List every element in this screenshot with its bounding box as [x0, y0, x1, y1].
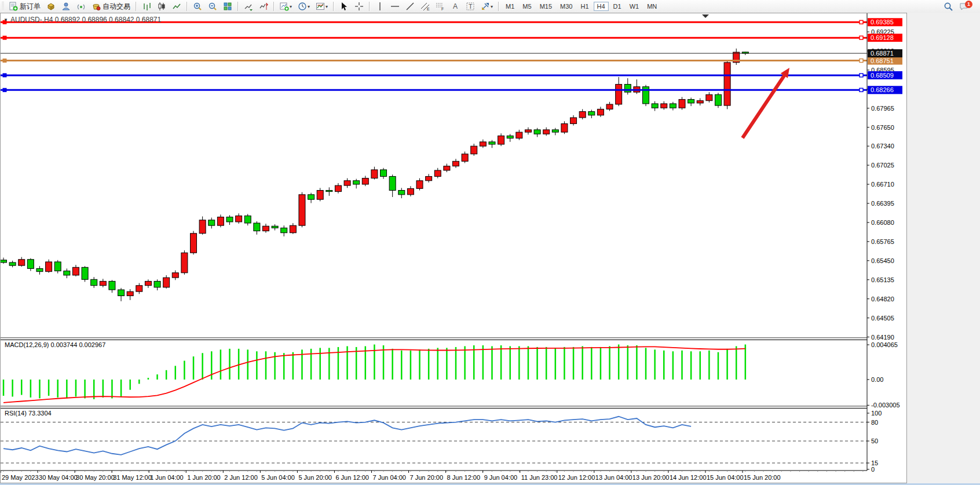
new-order-button[interactable]: 新订单: [6, 0, 43, 13]
chevron-down-icon: ▾: [491, 4, 493, 9]
tile-windows-button[interactable]: [221, 0, 235, 13]
rsi-axis-label: 100: [871, 410, 882, 417]
new-order-label: 新订单: [20, 2, 41, 12]
arrows-tool-button[interactable]: ▾: [478, 0, 495, 13]
separator: [237, 2, 239, 11]
signals-button[interactable]: [74, 0, 88, 13]
template-icon: [316, 2, 325, 11]
profiles-button[interactable]: [59, 0, 73, 13]
toolbar-grip[interactable]: [2, 2, 4, 11]
chevron-down-icon: ▾: [326, 4, 328, 9]
macd-axis-label: 0.00: [871, 376, 883, 383]
tf-h1-button[interactable]: H1: [577, 2, 592, 11]
rsi-label: RSI(14) 73.3304: [5, 410, 52, 417]
search-button[interactable]: [941, 0, 956, 13]
rsi-axis-label: 50: [871, 437, 878, 444]
autotrading-icon: [92, 2, 101, 11]
time-tick-label: 6 Jun 12:00: [335, 474, 369, 481]
cursor-tool-button[interactable]: [337, 0, 351, 13]
notifications-button[interactable]: 1: [957, 0, 975, 13]
zoom-out-button[interactable]: [206, 0, 220, 13]
price-tick-label: 0.66710: [871, 181, 894, 188]
horizontal-line-icon: [390, 2, 400, 11]
time-tick-label: 30 May 04:00: [39, 474, 78, 481]
indicators-button[interactable]: ▾: [277, 0, 294, 13]
time-tick-label: 13 Jun 04:00: [595, 474, 632, 481]
fibonacci-tool-button[interactable]: F: [433, 0, 447, 13]
notification-count-badge: 1: [965, 1, 972, 8]
tf-mn-button[interactable]: MN: [643, 2, 660, 11]
macd-axis-label: 0.004065: [871, 341, 898, 348]
chart-title: AUDUSD-,H4 0.68892 0.68896 0.68842 0.688…: [10, 16, 162, 24]
templates-button[interactable]: ▾: [313, 0, 330, 13]
rsi-axis-label: 0: [871, 466, 875, 473]
price-tick-label: 0.66080: [871, 219, 894, 226]
time-tick-label: 7 Jun 04:00: [373, 474, 407, 481]
separator: [498, 2, 499, 11]
indicators-icon: [280, 2, 289, 11]
search-icon: [944, 2, 953, 12]
svg-text:E: E: [427, 7, 430, 11]
horizontal-line-tool-button[interactable]: [388, 0, 402, 13]
channel-tool-button[interactable]: E: [418, 0, 432, 13]
time-tick-label: 1 Jun 20:00: [187, 474, 221, 481]
price-badge: 0.68266: [871, 86, 894, 93]
time-tick-label: 9 Jun 04:00: [484, 474, 518, 481]
crosshair-tool-button[interactable]: [352, 0, 366, 13]
autotrading-button[interactable]: 自动交易: [89, 0, 133, 13]
workspace-background: [907, 13, 980, 485]
price-tick-label: 0.65135: [871, 276, 894, 283]
chart-canvas[interactable]: ▼AUDUSD-,H4 0.68892 0.68896 0.68842 0.68…: [1, 13, 906, 483]
time-tick-label: 8 Jun 12:00: [447, 474, 481, 481]
periods-button[interactable]: ▾: [295, 0, 312, 13]
price-tick-label: 0.66395: [871, 200, 894, 207]
price-tick-label: 0.64820: [871, 296, 894, 302]
time-tick-label: 7 Jun 20:00: [410, 474, 444, 481]
trendline-icon: [405, 2, 415, 11]
line-chart-style-button[interactable]: [170, 0, 184, 13]
tf-d1-button[interactable]: D1: [610, 2, 625, 11]
trendline-tool-button[interactable]: [403, 0, 417, 13]
price-axis[interactable]: 0.692250.689100.685950.682800.679650.676…: [867, 13, 906, 483]
time-tick-label: 31 May 12:00: [113, 474, 152, 481]
time-tick-label: 15 Jun 20:00: [744, 474, 781, 481]
text-label-icon: T: [466, 2, 475, 11]
tf-m15-button[interactable]: M15: [536, 2, 555, 11]
chart-window[interactable]: ▼AUDUSD-,H4 0.68892 0.68896 0.68842 0.68…: [0, 13, 907, 483]
new-order-icon: [9, 2, 18, 11]
arrows-icon: [481, 2, 490, 11]
tf-w1-button[interactable]: W1: [626, 2, 643, 11]
zoom-in-button[interactable]: [191, 0, 204, 13]
text-tool-button[interactable]: A: [448, 0, 462, 13]
rsi-axis-label: 80: [871, 419, 878, 426]
ohlc-bars-icon: [142, 2, 151, 11]
tf-m30-button[interactable]: M30: [557, 2, 576, 11]
market-watch-button[interactable]: [44, 0, 58, 13]
svg-text:A: A: [453, 2, 458, 10]
auto-scroll-button[interactable]: [242, 0, 255, 13]
svg-text:F: F: [441, 7, 444, 11]
price-tick-label: 0.67965: [871, 105, 894, 112]
tf-m1-button[interactable]: M1: [502, 2, 518, 11]
candles-icon: [157, 2, 166, 11]
tf-m5-button[interactable]: M5: [519, 2, 535, 11]
symbol-dropdown-icon[interactable]: ▼: [3, 17, 8, 23]
bar-chart-style-button[interactable]: [140, 0, 153, 13]
tf-h4-button[interactable]: H4: [594, 2, 609, 11]
time-tick-label: 14 Jun 12:00: [670, 474, 707, 481]
time-tick-label: 13 Jun 20:00: [632, 474, 670, 481]
vertical-line-tool-button[interactable]: [373, 0, 387, 13]
time-tick-label: 12 Jun 12:00: [558, 474, 595, 481]
zoom-in-icon: [193, 2, 202, 11]
clock-icon: [298, 2, 307, 11]
vertical-line-icon: [375, 2, 385, 11]
separator: [369, 2, 370, 11]
gold-box-icon: [46, 2, 56, 11]
signal-icon: [76, 2, 86, 11]
price-tick-label: 0.65450: [871, 257, 894, 264]
chart-shift-button[interactable]: [257, 0, 270, 13]
label-tool-button[interactable]: T: [463, 0, 477, 13]
crosshair-icon: [354, 2, 364, 11]
price-tick-label: 0.64505: [871, 315, 894, 322]
candlestick-style-button[interactable]: [155, 0, 169, 13]
